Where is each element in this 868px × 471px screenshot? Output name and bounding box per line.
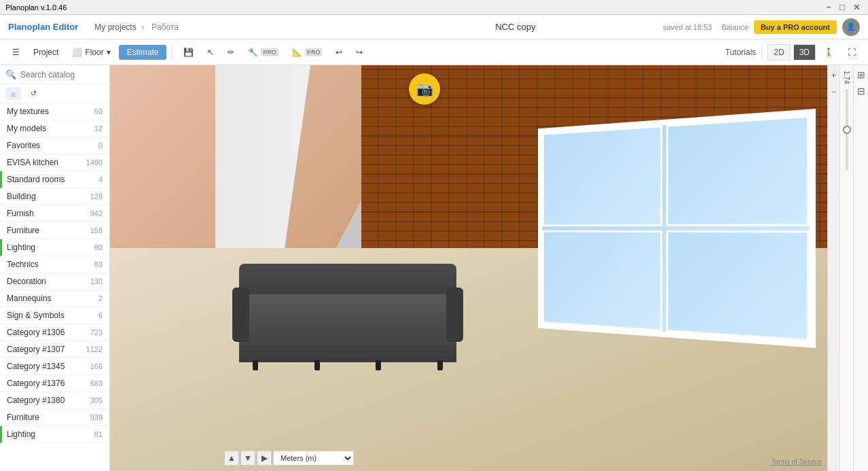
sofa-leg-4 <box>437 360 443 370</box>
catalog-item[interactable]: Category #13071122 <box>0 341 109 358</box>
separator-1 <box>172 46 173 59</box>
avatar[interactable]: 👤 <box>842 18 860 36</box>
zoom-in-icon[interactable]: + <box>830 69 837 82</box>
breadcrumb: My projects › Работа <box>94 22 367 32</box>
catalog-item[interactable]: Category #1345166 <box>0 358 109 375</box>
project-label: Project <box>33 48 58 57</box>
sofa-leg-3 <box>376 360 381 370</box>
cat-count: 166 <box>90 362 103 370</box>
catalog-item[interactable]: Furniture939 <box>0 409 109 426</box>
catalog-item[interactable]: Lighting80 <box>0 239 109 256</box>
maximize-button[interactable]: □ <box>837 2 847 12</box>
header-right: saved at 18:53 Balance Buy a PRO account… <box>663 18 860 36</box>
search-icon: 🔍 <box>5 69 16 80</box>
estimate-button[interactable]: Estimate <box>119 45 167 60</box>
canvas-area[interactable]: 📷 ▲ ▼ ▶ Meters (m) Feet (ft) Centimeters… <box>110 65 827 471</box>
fullscreen-button[interactable]: ⛶ <box>842 45 861 60</box>
buy-pro-button[interactable]: Buy a PRO account <box>754 20 837 34</box>
catalog-item[interactable]: Sign & Symbols6 <box>0 307 109 324</box>
menu-bar: Planoplan Editor My projects › Работа NC… <box>0 15 868 39</box>
tutorials-button[interactable]: Tutorials <box>725 48 757 57</box>
window-controls: − □ ✕ <box>825 2 863 12</box>
catalog-item[interactable]: Category #1306723 <box>0 324 109 341</box>
pro-tool-2[interactable]: 📐 PRO <box>287 45 328 60</box>
nav-down-button[interactable]: ▼ <box>240 451 255 466</box>
cat-count: 2 <box>98 294 103 302</box>
floor-label: Floor <box>85 48 103 57</box>
catalog-item[interactable]: EVISA kitchen1480 <box>0 154 109 171</box>
minimize-button[interactable]: − <box>825 2 834 12</box>
cat-count: 939 <box>90 413 103 421</box>
catalog-item[interactable]: Favorites0 <box>0 137 109 154</box>
slider-thumb[interactable] <box>843 126 851 134</box>
catalog-item[interactable]: Technics83 <box>0 256 109 273</box>
cat-name: Furniture <box>7 226 39 235</box>
catalog-item[interactable]: Lighting81 <box>0 426 109 443</box>
fullscreen-icon: ⛶ <box>848 48 856 57</box>
menu-button[interactable]: ☰ <box>7 45 25 60</box>
redo-button[interactable]: ↪ <box>350 45 368 60</box>
cat-name: Category #1376 <box>7 379 65 388</box>
floor-dropdown-icon: ▾ <box>107 48 111 57</box>
window-pane-2 <box>666 115 810 226</box>
draw-button[interactable]: ✏ <box>222 45 240 60</box>
catalog-item[interactable]: My textures50 <box>0 103 109 120</box>
cat-count: 305 <box>90 396 103 404</box>
grid-icon[interactable]: ⊞ <box>857 69 865 80</box>
catalog-item[interactable]: Mannequins2 <box>0 290 109 307</box>
cat-count: 12 <box>94 124 103 133</box>
breadcrumb-projects[interactable]: My projects <box>94 22 136 32</box>
catalog-item[interactable]: My models12 <box>0 120 109 137</box>
project-title: NCC copy <box>379 22 652 32</box>
view-2d-button[interactable]: 2D <box>767 44 790 60</box>
close-button[interactable]: ✕ <box>851 2 863 12</box>
tab-recent[interactable]: ↺ <box>25 87 42 100</box>
draw-icon: ✏ <box>228 48 234 57</box>
cat-count: 128 <box>90 192 103 200</box>
zoom-out-icon[interactable]: − <box>830 86 837 98</box>
cat-count: 1122 <box>86 345 103 353</box>
cursor-button[interactable]: ↖ <box>202 45 219 60</box>
menu-icon: ☰ <box>12 48 20 57</box>
nav-right-button[interactable]: ▶ <box>257 451 272 466</box>
redo-icon: ↪ <box>356 48 363 57</box>
units-select[interactable]: Meters (m) Feet (ft) Centimeters (cm) <box>273 451 354 466</box>
cat-name: My textures <box>7 107 49 116</box>
catalog-item[interactable]: Category #1376683 <box>0 375 109 392</box>
view-3d-button[interactable]: 3D <box>793 44 816 60</box>
sofa <box>232 254 463 362</box>
catalog-item[interactable]: Decoration130 <box>0 273 109 290</box>
person-icon-button[interactable]: 🚶 <box>818 45 839 60</box>
person-icon: 🚶 <box>824 48 834 57</box>
cat-count: 158 <box>90 226 103 234</box>
cat-count: 0 <box>98 141 103 150</box>
cat-name: Lighting <box>7 243 35 252</box>
window-pane-3 <box>543 230 663 332</box>
undo-button[interactable]: ↩ <box>330 45 348 60</box>
search-input[interactable] <box>20 70 110 80</box>
catalog-item[interactable]: Category #1380305 <box>0 392 109 409</box>
save-icon: 💾 <box>183 48 194 57</box>
balance-text: Balance <box>721 23 748 31</box>
separator-2 <box>761 46 762 59</box>
cat-count: 723 <box>90 328 103 336</box>
pro-tool-1[interactable]: 🔧 PRO <box>242 45 284 60</box>
layers-icon[interactable]: ⊟ <box>857 86 865 97</box>
project-button[interactable]: Project <box>28 45 64 60</box>
nav-up-button[interactable]: ▲ <box>224 451 239 466</box>
catalog-item[interactable]: Standard rooms4 <box>0 171 109 188</box>
window-pane-1 <box>543 125 663 226</box>
cat-name: Lighting <box>7 430 35 439</box>
sofa-arm-left <box>232 287 249 342</box>
catalog-item[interactable]: Furniture158 <box>0 222 109 239</box>
tab-home[interactable]: ⌂ <box>5 87 21 100</box>
floor-button[interactable]: ⬜ Floor ▾ <box>67 45 115 60</box>
catalog-item[interactable]: Furnish942 <box>0 205 109 222</box>
camera-button[interactable]: 📷 <box>409 73 440 105</box>
catalog-item[interactable]: Building128 <box>0 188 109 205</box>
window-pane-4 <box>666 230 810 342</box>
save-button[interactable]: 💾 <box>178 45 199 60</box>
terms-link[interactable]: Terms of Service <box>772 458 822 466</box>
saved-info: saved at 18:53 <box>663 23 712 31</box>
sidebar: 🔍 ⌂ ↺ My textures50My models12Favorites0… <box>0 65 110 471</box>
